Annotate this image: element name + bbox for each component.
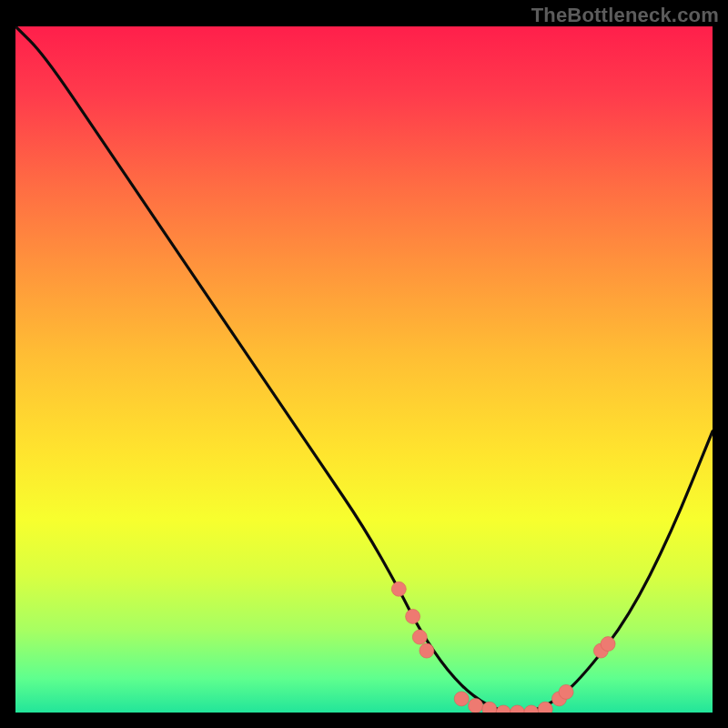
data-marker bbox=[420, 643, 434, 658]
bottleneck-curve bbox=[15, 26, 713, 713]
data-marker bbox=[412, 630, 427, 644]
curve-svg bbox=[15, 26, 713, 713]
data-marker bbox=[406, 609, 420, 623]
data-marker bbox=[391, 581, 406, 596]
data-marker bbox=[601, 637, 615, 652]
data-marker bbox=[559, 684, 573, 699]
data-marker bbox=[496, 705, 511, 713]
data-marker bbox=[524, 705, 539, 713]
plot-area bbox=[15, 26, 713, 713]
data-marker bbox=[469, 699, 483, 713]
data-marker bbox=[454, 692, 469, 706]
data-marker bbox=[511, 705, 525, 713]
watermark-text: TheBottleneck.com bbox=[531, 4, 719, 27]
chart-frame: TheBottleneck.com bbox=[0, 0, 728, 728]
marker-group bbox=[391, 581, 615, 713]
